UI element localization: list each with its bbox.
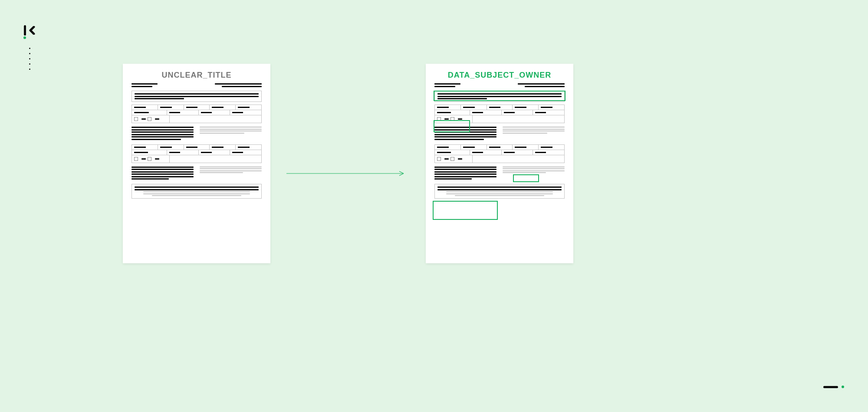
checkbox-icon xyxy=(134,157,138,161)
checkbox-icon xyxy=(450,157,454,161)
checkbox-icon xyxy=(450,117,454,121)
checkbox-icon xyxy=(148,157,151,161)
checkbox-icon xyxy=(437,157,441,161)
document-after-title: DATA_SUBJECT_OWNER xyxy=(434,71,565,80)
brand-logo xyxy=(24,25,37,38)
document-after: DATA_SUBJECT_OWNER xyxy=(426,64,573,263)
checkbox-icon xyxy=(134,117,138,121)
table-2 xyxy=(434,144,565,163)
paragraph-columns-1 xyxy=(434,127,565,140)
doc-meta xyxy=(132,83,262,87)
document-before: UNCLEAR_TITLE xyxy=(123,64,270,263)
footer-mark-icon xyxy=(823,386,844,388)
summary-block xyxy=(132,91,262,102)
table-1 xyxy=(132,105,262,123)
checkbox-icon xyxy=(148,117,151,121)
highlight-paragraph xyxy=(433,201,498,220)
vertical-dots-icon xyxy=(29,48,30,70)
checkbox-icon xyxy=(437,117,441,121)
footer-block xyxy=(132,184,262,199)
doc-meta xyxy=(434,83,565,87)
paragraph-columns-1 xyxy=(132,127,262,140)
summary-block xyxy=(434,91,565,102)
paragraph-columns-2 xyxy=(434,167,565,180)
table-2 xyxy=(132,144,262,163)
footer-block xyxy=(434,184,565,199)
table-1 xyxy=(434,105,565,123)
document-before-title: UNCLEAR_TITLE xyxy=(132,71,262,80)
arrow-right-icon xyxy=(286,169,408,178)
paragraph-columns-2 xyxy=(132,167,262,180)
